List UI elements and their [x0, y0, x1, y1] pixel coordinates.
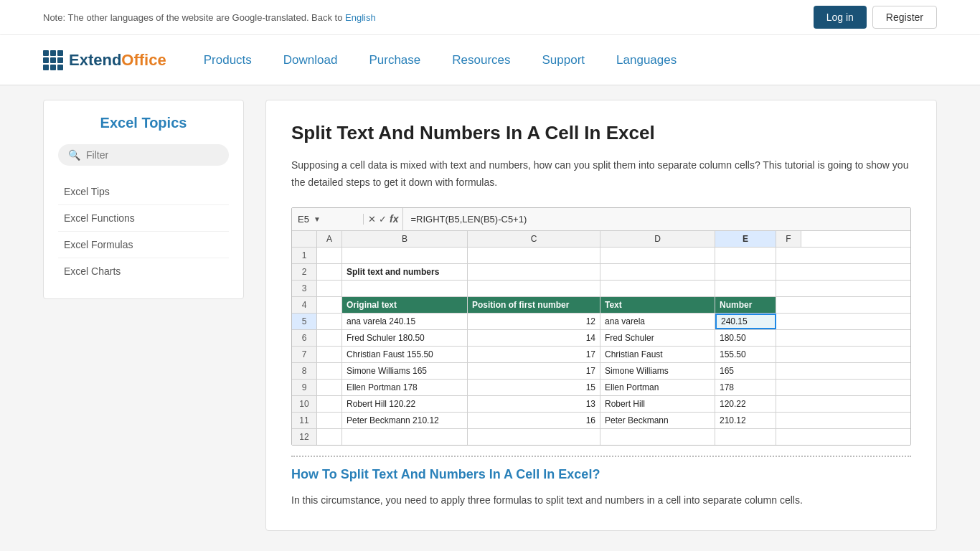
notice-message: Note: The other languages of the website… [43, 12, 345, 23]
formula-text: =RIGHT(B5,LEN(B5)-C5+1) [403, 214, 910, 225]
table-row: 12 [292, 429, 910, 445]
table-row: 5 ana varela 240.15 12 ana varela 240.15 [292, 314, 910, 330]
main-container: Excel Topics 🔍 Excel Tips Excel Function… [0, 85, 980, 545]
nav-item-resources[interactable]: Resources [436, 35, 526, 85]
section2-text: In this circumstance, you need to apply … [291, 492, 911, 509]
nav-item-languages[interactable]: Languages [600, 35, 692, 85]
table-row: 1 [292, 248, 910, 264]
article-content: Split Text And Numbers In A Cell In Exce… [265, 100, 937, 531]
confirm-formula-icon[interactable]: ✓ [379, 214, 387, 225]
col-header-row: A B C D E F [292, 231, 910, 248]
formula-controls: ✕ ✓ fx [364, 208, 403, 230]
nav-item-support[interactable]: Support [527, 35, 601, 85]
logo-grid-icon [43, 50, 63, 70]
excel-grid: A B C D E F 1 [292, 231, 910, 445]
table-row: 8 Simone Williams 165 17 Simone Williams… [292, 363, 910, 380]
sidebar-title: Excel Topics [58, 115, 229, 131]
sidebar-item-excel-functions[interactable]: Excel Functions [58, 205, 229, 232]
col-header-e: E [715, 231, 776, 247]
login-button[interactable]: Log in [814, 6, 867, 29]
sidebar: Excel Topics 🔍 Excel Tips Excel Function… [43, 100, 244, 299]
nav-item-purchase[interactable]: Purchase [353, 35, 436, 85]
register-button[interactable]: Register [872, 6, 937, 29]
table-row: 3 [292, 281, 910, 297]
notice-text: Note: The other languages of the website… [43, 12, 814, 23]
nav-item-products[interactable]: Products [188, 35, 268, 85]
col-header-b: B [342, 231, 468, 247]
sidebar-item-excel-tips[interactable]: Excel Tips [58, 179, 229, 205]
row-num-header [292, 231, 317, 247]
nav-links: Products Download Purchase Resources Sup… [188, 35, 692, 85]
sidebar-item-excel-formulas[interactable]: Excel Formulas [58, 232, 229, 258]
table-row: 10 Robert Hill 120.22 13 Robert Hill 120… [292, 396, 910, 413]
cell-reference[interactable]: E5 ▼ [292, 214, 364, 225]
section-divider [291, 456, 911, 457]
filter-input[interactable] [86, 149, 219, 161]
sidebar-item-excel-charts[interactable]: Excel Charts [58, 258, 229, 284]
sidebar-links: Excel Tips Excel Functions Excel Formula… [58, 179, 229, 284]
table-row: 11 Peter Beckmann 210.12 16 Peter Beckma… [292, 413, 910, 429]
col-header-a: A [317, 231, 342, 247]
col-header-d: D [600, 231, 715, 247]
logo-text: ExtendOffice [69, 51, 166, 70]
section2-title: How To Split Text And Numbers In A Cell … [291, 467, 911, 482]
article-title: Split Text And Numbers In A Cell In Exce… [291, 122, 911, 144]
notice-bar: Note: The other languages of the website… [0, 0, 980, 35]
table-row: 2 Split text and numbers [292, 264, 910, 281]
table-row: 7 Christian Faust 155.50 17 Christian Fa… [292, 347, 910, 363]
nav-item-download[interactable]: Download [268, 35, 354, 85]
fx-icon[interactable]: fx [390, 213, 398, 225]
logo[interactable]: ExtendOffice [43, 50, 166, 70]
table-row: 6 Fred Schuler 180.50 14 Fred Schuler 18… [292, 330, 910, 347]
table-row: 9 Ellen Portman 178 15 Ellen Portman 178 [292, 380, 910, 396]
table-row: 4 Original text Position of first number… [292, 297, 910, 314]
formula-bar: E5 ▼ ✕ ✓ fx =RIGHT(B5,LEN(B5)-C5+1) [292, 208, 910, 231]
auth-buttons: Log in Register [814, 6, 937, 29]
filter-box[interactable]: 🔍 [58, 144, 229, 166]
english-link[interactable]: English [345, 12, 376, 23]
close-formula-icon[interactable]: ✕ [368, 214, 376, 225]
col-header-c: C [468, 231, 600, 247]
navbar: ExtendOffice Products Download Purchase … [0, 35, 980, 85]
article-intro: Supposing a cell data is mixed with text… [291, 157, 911, 192]
cell-ref-text: E5 [298, 214, 309, 225]
search-icon: 🔍 [68, 149, 80, 161]
col-header-f: F [776, 231, 801, 247]
excel-spreadsheet: E5 ▼ ✕ ✓ fx =RIGHT(B5,LEN(B5)-C5+1) A B … [291, 207, 911, 446]
cell-ref-dropdown-icon: ▼ [314, 215, 321, 223]
